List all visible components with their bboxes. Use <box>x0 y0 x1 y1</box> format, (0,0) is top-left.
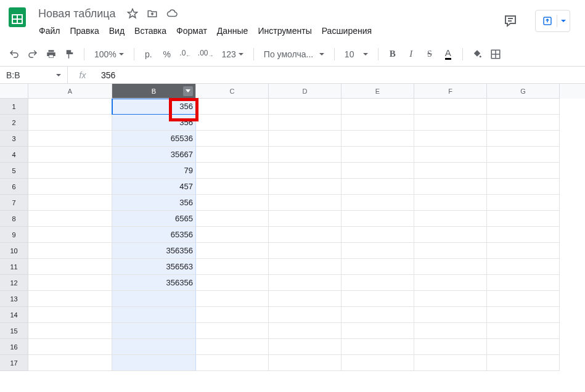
row-header-7[interactable]: 7 <box>0 195 28 211</box>
cell-D14[interactable] <box>269 307 342 323</box>
cell-A7[interactable] <box>28 195 112 211</box>
cell-G13[interactable] <box>487 291 560 307</box>
row-header-11[interactable]: 11 <box>0 259 28 275</box>
cell-C5[interactable] <box>196 163 269 179</box>
cell-E9[interactable] <box>342 227 414 243</box>
cell-D8[interactable] <box>269 211 342 227</box>
column-header-C[interactable]: C <box>196 84 269 99</box>
row-header-13[interactable]: 13 <box>0 291 28 307</box>
cell-B15[interactable] <box>112 323 196 339</box>
borders-button[interactable] <box>488 46 504 62</box>
cell-D12[interactable] <box>269 275 342 291</box>
cell-G14[interactable] <box>487 307 560 323</box>
cell-D9[interactable] <box>269 227 342 243</box>
cell-A9[interactable] <box>28 227 112 243</box>
cell-A2[interactable] <box>28 115 112 131</box>
cell-F3[interactable] <box>414 131 487 147</box>
cell-G17[interactable] <box>487 355 560 371</box>
cell-G2[interactable] <box>487 115 560 131</box>
formula-input[interactable] <box>97 67 585 83</box>
cell-B1[interactable]: 356 <box>112 99 196 115</box>
move-icon[interactable] <box>147 8 158 19</box>
cell-G11[interactable] <box>487 259 560 275</box>
column-header-G[interactable]: G <box>487 84 560 99</box>
cell-B11[interactable]: 356563 <box>112 259 196 275</box>
cell-E11[interactable] <box>342 259 414 275</box>
cell-C10[interactable] <box>196 243 269 259</box>
cell-E4[interactable] <box>342 147 414 163</box>
currency-button[interactable]: р. <box>141 46 157 62</box>
cell-G16[interactable] <box>487 339 560 355</box>
decrease-decimal-button[interactable]: .0← <box>178 46 194 62</box>
cell-G15[interactable] <box>487 323 560 339</box>
cell-C17[interactable] <box>196 355 269 371</box>
cell-F6[interactable] <box>414 179 487 195</box>
cell-A1[interactable] <box>28 99 112 115</box>
cell-G8[interactable] <box>487 211 560 227</box>
cell-C6[interactable] <box>196 179 269 195</box>
menu-item-вставка[interactable]: Вставка <box>130 23 171 38</box>
row-header-1[interactable]: 1 <box>0 99 28 115</box>
share-button[interactable] <box>535 10 570 32</box>
cell-G12[interactable] <box>487 275 560 291</box>
cell-G9[interactable] <box>487 227 560 243</box>
cell-C7[interactable] <box>196 195 269 211</box>
cell-F8[interactable] <box>414 211 487 227</box>
cell-C1[interactable] <box>196 99 269 115</box>
zoom-dropdown[interactable]: 100% <box>91 46 128 62</box>
cell-C8[interactable] <box>196 211 269 227</box>
comments-button[interactable] <box>498 9 523 33</box>
cell-A17[interactable] <box>28 355 112 371</box>
cell-E15[interactable] <box>342 323 414 339</box>
cell-A4[interactable] <box>28 147 112 163</box>
cell-F16[interactable] <box>414 339 487 355</box>
cell-D11[interactable] <box>269 259 342 275</box>
cell-C16[interactable] <box>196 339 269 355</box>
cell-G3[interactable] <box>487 131 560 147</box>
cell-G7[interactable] <box>487 195 560 211</box>
cell-B12[interactable]: 356356 <box>112 275 196 291</box>
column-header-A[interactable]: A <box>28 84 112 99</box>
cell-F5[interactable] <box>414 163 487 179</box>
cell-G5[interactable] <box>487 163 560 179</box>
cell-A5[interactable] <box>28 163 112 179</box>
cell-B3[interactable]: 65536 <box>112 131 196 147</box>
row-header-9[interactable]: 9 <box>0 227 28 243</box>
cell-F13[interactable] <box>414 291 487 307</box>
cell-C2[interactable] <box>196 115 269 131</box>
row-header-2[interactable]: 2 <box>0 115 28 131</box>
font-size-dropdown[interactable]: 10 <box>341 46 372 62</box>
cell-E14[interactable] <box>342 307 414 323</box>
paint-format-button[interactable] <box>62 46 78 62</box>
menu-item-расширения[interactable]: Расширения <box>317 23 376 38</box>
cell-D7[interactable] <box>269 195 342 211</box>
menu-item-формат[interactable]: Формат <box>172 23 211 38</box>
star-icon[interactable] <box>127 8 138 19</box>
font-family-dropdown[interactable]: По умолча... <box>260 46 328 62</box>
bold-button[interactable]: B <box>385 46 401 62</box>
cell-A13[interactable] <box>28 291 112 307</box>
cell-E1[interactable] <box>342 99 414 115</box>
cell-A11[interactable] <box>28 259 112 275</box>
column-dropdown-button[interactable] <box>183 86 193 96</box>
cell-D16[interactable] <box>269 339 342 355</box>
cell-A3[interactable] <box>28 131 112 147</box>
cell-B13[interactable] <box>112 291 196 307</box>
cell-D4[interactable] <box>269 147 342 163</box>
cell-F10[interactable] <box>414 243 487 259</box>
cell-C12[interactable] <box>196 275 269 291</box>
cell-B9[interactable]: 65356 <box>112 227 196 243</box>
menu-item-инструменты[interactable]: Инструменты <box>253 23 316 38</box>
cell-E17[interactable] <box>342 355 414 371</box>
cell-E13[interactable] <box>342 291 414 307</box>
strikethrough-button[interactable]: S <box>422 46 438 62</box>
row-header-15[interactable]: 15 <box>0 323 28 339</box>
cell-F11[interactable] <box>414 259 487 275</box>
cell-G4[interactable] <box>487 147 560 163</box>
cell-F15[interactable] <box>414 323 487 339</box>
cell-C3[interactable] <box>196 131 269 147</box>
row-header-3[interactable]: 3 <box>0 131 28 147</box>
cell-E10[interactable] <box>342 243 414 259</box>
redo-button[interactable] <box>25 46 41 62</box>
cell-A14[interactable] <box>28 307 112 323</box>
